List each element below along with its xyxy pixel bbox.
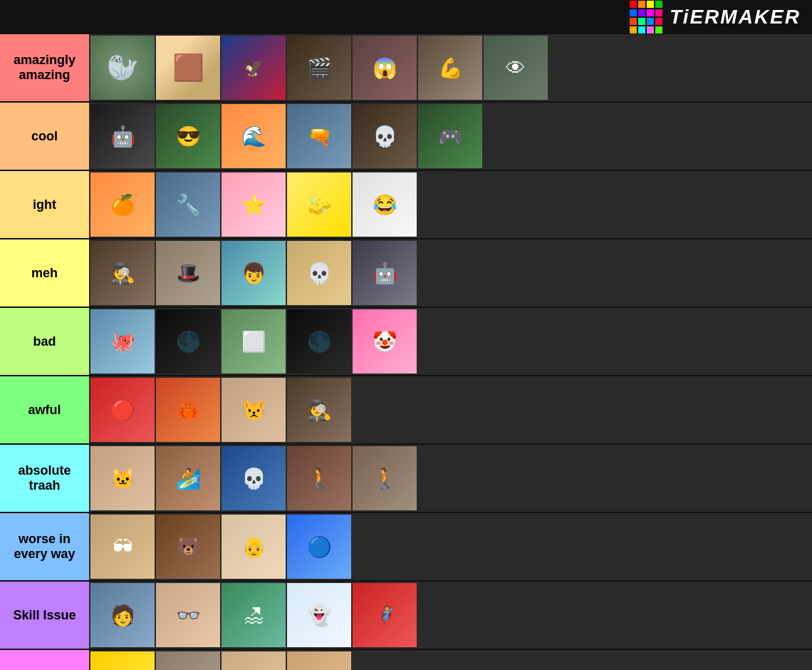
tier-item-visual: 😁: [222, 651, 286, 670]
list-item[interactable]: 🕵: [90, 241, 155, 305]
tier-item-visual: 🌑: [156, 309, 220, 373]
list-item[interactable]: 🧑: [90, 583, 155, 647]
tier-table: TiERMAKER amazingly amazing🦭🟫🦅🎬😱💪👁cool🤖😎…: [0, 0, 812, 670]
tier-item-visual: 🦭: [90, 36, 155, 100]
tier-items-absolute-traah: 🐱🏄💀🚶🚶: [89, 445, 812, 512]
list-item[interactable]: 🌑: [156, 309, 220, 373]
tier-row-meh: meh🕵🎩👦💀🤖: [0, 239, 812, 308]
list-item[interactable]: 🕵: [287, 378, 351, 442]
tier-label-bad: bad: [0, 308, 89, 375]
list-item[interactable]: 🍊: [90, 172, 155, 237]
list-item[interactable]: ⬜: [222, 309, 286, 373]
list-item[interactable]: 🕶: [90, 651, 155, 670]
list-item[interactable]: 🤖: [90, 104, 155, 168]
tier-label-skill-issue: Skill Issue: [0, 582, 89, 649]
tier-label-cool: cool: [0, 103, 89, 170]
tier-label-meh: meh: [0, 239, 89, 306]
list-item[interactable]: 😂: [353, 172, 417, 237]
list-item[interactable]: 😾: [222, 378, 286, 442]
list-item[interactable]: 👴: [222, 515, 286, 579]
list-item[interactable]: ⭐: [222, 172, 286, 237]
list-item[interactable]: 🎮: [418, 104, 482, 168]
tier-item-visual: 🐶: [287, 651, 351, 670]
list-item[interactable]: 😱: [353, 36, 417, 100]
tier-item-visual: 😾: [222, 378, 286, 442]
tier-item-visual: 🏖: [222, 583, 286, 647]
tier-item-visual: 🍊: [90, 172, 155, 237]
tier-item-visual: 😂: [353, 172, 417, 237]
list-item[interactable]: 🐙: [90, 309, 155, 373]
tier-item-visual: 🎬: [287, 36, 351, 100]
tier-row-ight: ight🍊🔧⭐🧽😂: [0, 171, 812, 239]
tier-item-visual: 🕶: [90, 651, 155, 670]
tier-item-visual: 🤖: [90, 104, 155, 168]
list-item[interactable]: 🦅: [222, 36, 286, 100]
list-item[interactable]: 🕶: [90, 515, 155, 579]
tier-label-awful: awful: [0, 376, 89, 443]
tier-row-remove-it-now: remove it now🕶🧑😁🐶: [0, 650, 812, 670]
list-item[interactable]: 💀: [353, 104, 417, 168]
tier-item-visual: 🐱: [90, 446, 155, 510]
list-item[interactable]: 👓: [156, 583, 220, 647]
list-item[interactable]: 🐻: [156, 515, 220, 579]
tier-items-meh: 🕵🎩👦💀🤖: [89, 239, 812, 306]
list-item[interactable]: 💀: [287, 241, 351, 305]
tier-label-amazingly-amazing: amazingly amazing: [0, 34, 89, 101]
list-item[interactable]: 🚶: [287, 446, 351, 510]
tier-item-visual: 🟫: [156, 36, 220, 100]
list-item[interactable]: 🤡: [353, 309, 417, 373]
list-item[interactable]: 😎: [156, 104, 220, 168]
tier-item-visual: 🎩: [156, 241, 220, 305]
list-item[interactable]: 🏄: [156, 446, 220, 510]
tier-item-visual: 👦: [222, 241, 286, 305]
list-item[interactable]: 🎬: [287, 36, 351, 100]
tier-item-visual: 🚶: [353, 446, 417, 510]
tier-label-remove-it-now: remove it now: [0, 650, 89, 670]
tier-item-visual: 👴: [222, 515, 286, 579]
tier-item-visual: 🎮: [418, 104, 482, 168]
tier-item-visual: 💀: [353, 104, 417, 168]
list-item[interactable]: 🌑: [287, 309, 351, 373]
tier-item-visual: 🧑: [90, 583, 155, 647]
list-item[interactable]: 🚶: [353, 446, 417, 510]
tier-item-visual: 🌊: [222, 104, 286, 168]
tier-items-skill-issue: 🧑👓🏖👻🦸: [89, 582, 812, 649]
list-item[interactable]: 👻: [287, 583, 351, 647]
tier-item-visual: 🕶: [90, 515, 155, 579]
tier-row-absolute-traah: absolute traah🐱🏄💀🚶🚶: [0, 445, 812, 513]
tier-items-amazingly-amazing: 🦭🟫🦅🎬😱💪👁: [89, 34, 812, 101]
tier-item-visual: 🧑: [156, 651, 220, 670]
tier-item-visual: 👻: [287, 583, 351, 647]
list-item[interactable]: 👁: [484, 36, 548, 100]
tier-items-remove-it-now: 🕶🧑😁🐶: [89, 650, 812, 670]
list-item[interactable]: 🦸: [353, 583, 417, 647]
list-item[interactable]: 👦: [222, 241, 286, 305]
list-item[interactable]: 💪: [418, 36, 482, 100]
tier-item-visual: 😎: [156, 104, 220, 168]
list-item[interactable]: 🤖: [353, 241, 417, 305]
list-item[interactable]: 🌊: [222, 104, 286, 168]
tier-row-skill-issue: Skill Issue🧑👓🏖👻🦸: [0, 582, 812, 650]
tier-item-visual: 🦀: [156, 378, 220, 442]
list-item[interactable]: 🐶: [287, 651, 351, 670]
list-item[interactable]: 🧽: [287, 172, 351, 237]
list-item[interactable]: 💀: [222, 446, 286, 510]
tier-item-visual: 💀: [222, 446, 286, 510]
list-item[interactable]: 🦭: [90, 36, 155, 100]
list-item[interactable]: 🔧: [156, 172, 220, 237]
list-item[interactable]: 😁: [222, 651, 286, 670]
list-item[interactable]: 🧑: [156, 651, 220, 670]
list-item[interactable]: 🟫: [156, 36, 220, 100]
list-item[interactable]: 🐱: [90, 446, 155, 510]
list-item[interactable]: 🔴: [90, 378, 155, 442]
tier-item-visual: 💀: [287, 241, 351, 305]
list-item[interactable]: 🔫: [287, 104, 351, 168]
list-item[interactable]: 🏖: [222, 583, 286, 647]
tier-item-visual: 🤖: [353, 241, 417, 305]
tier-item-visual: ⭐: [222, 172, 286, 237]
list-item[interactable]: 🦀: [156, 378, 220, 442]
tier-items-bad: 🐙🌑⬜🌑🤡: [89, 308, 812, 375]
list-item[interactable]: 🎩: [156, 241, 220, 305]
tier-label-absolute-traah: absolute traah: [0, 445, 89, 512]
list-item[interactable]: 🔵: [287, 515, 351, 579]
